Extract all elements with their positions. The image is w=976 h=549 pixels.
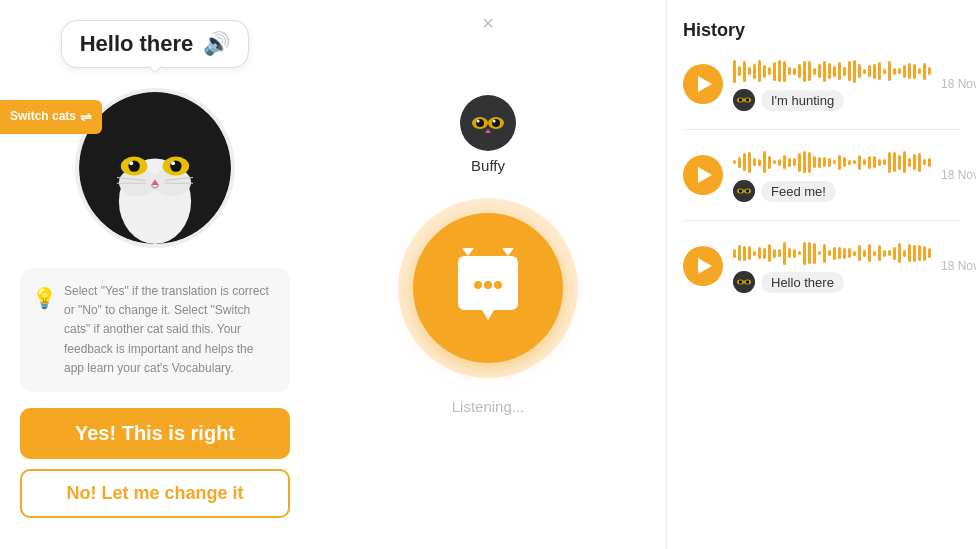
waveform-bar [918,153,921,172]
speech-bubble: Hello there 🔊 [61,20,250,68]
waveform-bar [793,158,796,166]
waveform-bar [858,245,861,261]
waveform-bar [878,159,881,166]
svg-point-22 [477,119,480,122]
waveform-bar [803,61,806,82]
play-icon [698,76,712,92]
waveform-bar [768,156,771,169]
waveform-bar [918,245,921,261]
waveform-bar [848,160,851,165]
waveform-bar [773,160,776,164]
waveform-bar [923,159,926,165]
buffy-avatar [460,95,516,151]
play-button[interactable] [683,246,723,286]
history-item: Feed me!18 Nov [683,148,960,202]
waveform-bar [838,62,841,80]
waveform-bar [778,60,781,82]
waveform-bar [853,251,856,256]
waveform-bar [783,61,786,82]
history-date: 18 Nov [941,77,976,91]
waveform-bar [778,159,781,166]
waveform-bar [843,67,846,76]
left-panel: Switch cats ⇌ Hello there 🔊 [0,0,310,549]
waveform-bar [818,64,821,78]
waveform-bar [868,65,871,77]
record-button-outer [398,198,578,378]
waveform-bar [888,152,891,173]
waveform-bar [868,156,871,169]
waveform-bar [863,159,866,165]
waveform-bar [738,66,741,76]
waveform-bar [903,65,906,78]
history-date: 18 Nov [941,259,976,273]
play-button[interactable] [683,155,723,195]
waveform-bar [738,157,741,168]
speaker-icon[interactable]: 🔊 [203,31,230,57]
waveform-bar [828,250,831,256]
svg-point-38 [739,189,743,193]
svg-point-33 [739,98,743,102]
waveform-bar [928,67,931,75]
waveform-bar [898,243,901,263]
waveform [733,239,931,267]
waveform-bar [813,68,816,75]
svg-point-44 [746,280,750,284]
waveform-area: Feed me! [733,148,931,202]
waveform-bar [833,247,836,260]
svg-point-23 [493,119,496,122]
waveform-bar [858,64,861,78]
waveform [733,57,931,85]
waveform-bar [793,249,796,258]
waveform-bar [763,248,766,259]
svg-point-29 [494,281,502,289]
tip-box: 💡 Select "Yes" if the translation is cor… [20,268,290,392]
waveform-bar [888,250,891,256]
history-date: 18 Nov [941,168,976,182]
waveform-bar [828,158,831,167]
waveform-bar [923,246,926,261]
waveform-bar [763,65,766,78]
waveform-bar [848,61,851,81]
waveform-bar [793,68,796,75]
waveform-bar [798,153,801,172]
switch-cats-button[interactable]: Switch cats ⇌ [0,100,102,134]
record-button[interactable] [413,213,563,363]
middle-panel: × Buffy [310,0,666,549]
waveform-bar [878,62,881,80]
waveform-bar [753,251,756,256]
waveform-bar [788,158,791,167]
waveform-bar [788,67,791,75]
close-button[interactable]: × [482,12,494,35]
play-icon [698,167,712,183]
switch-arrows-icon: ⇌ [80,108,92,126]
waveform-bar [908,244,911,262]
no-button[interactable]: No! Let me change it [20,469,290,518]
svg-marker-26 [502,248,514,256]
waveform-bar [868,244,871,262]
waveform-bar [838,247,841,259]
history-label-row: Feed me! [733,180,931,202]
waveform-bar [758,60,761,82]
waveform-bar [783,155,786,169]
waveform-bar [758,159,761,166]
waveform-bar [843,248,846,259]
svg-marker-25 [462,248,474,256]
waveform-bar [913,64,916,79]
svg-point-34 [746,98,750,102]
waveform-bar [773,249,776,258]
waveform-bar [803,242,806,265]
tip-text: Select "Yes" if the translation is corre… [64,284,269,375]
speech-text: Hello there [80,31,194,57]
yes-button[interactable]: Yes! This is right [20,408,290,459]
svg-point-27 [474,281,482,289]
cat-name-label: Buffy [471,157,505,174]
history-translation-tag: I'm hunting [761,90,844,111]
history-list: I'm hunting18 NovFeed me!18 NovHello the… [683,57,960,293]
waveform-bar [823,244,826,263]
waveform-bar [843,157,846,167]
play-button[interactable] [683,64,723,104]
waveform-bar [798,64,801,78]
waveform-bar [883,159,886,165]
waveform-bar [753,158,756,166]
waveform-bar [743,153,746,171]
